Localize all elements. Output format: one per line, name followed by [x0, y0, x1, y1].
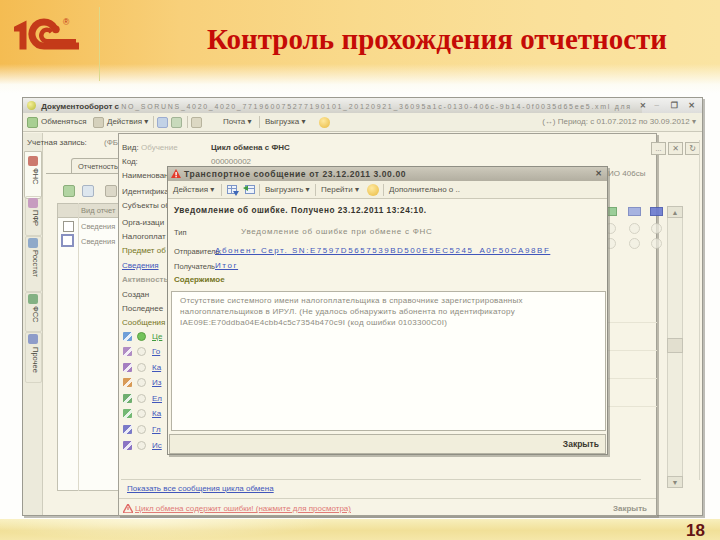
svg-text:®: ® [63, 17, 70, 27]
